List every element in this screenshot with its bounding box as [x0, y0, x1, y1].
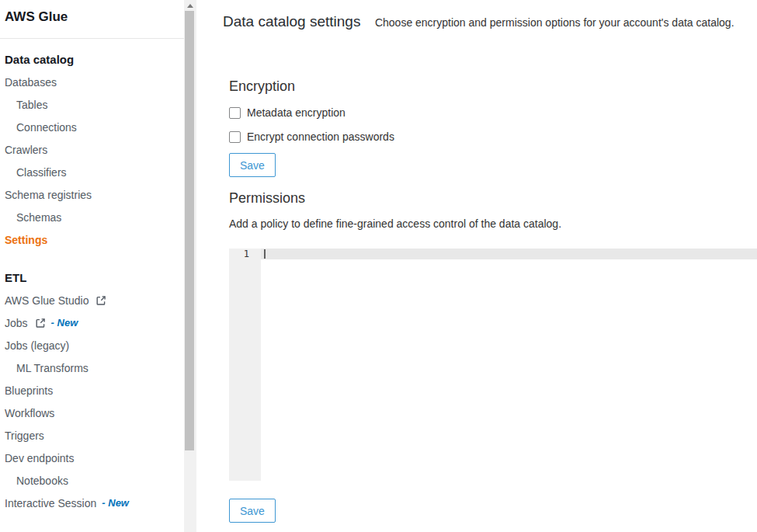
main-content: Data catalog settings Choose encryption …	[196, 0, 757, 532]
sidebar-item-label: Databases	[5, 76, 57, 89]
editor-cursor	[264, 249, 266, 259]
permissions-description: Add a policy to define fine-grained acce…	[229, 217, 757, 230]
sidebar-item-interactive-session[interactable]: Interactive Session - New	[0, 492, 184, 514]
sidebar-item-classifiers[interactable]: Classifiers	[0, 161, 184, 183]
policy-editor[interactable]: 1	[229, 249, 757, 481]
sidebar-item-label: Triggers	[5, 429, 44, 442]
page-subtitle: Choose encryption and permission options…	[375, 16, 734, 29]
nav-heading-data-catalog: Data catalog	[0, 48, 184, 71]
page-title: Data catalog settings	[223, 13, 360, 30]
aws-glue-console: AWS Glue Data catalog Databases Tables C…	[0, 0, 757, 532]
sidebar-item-label: Schemas	[16, 211, 61, 224]
sidebar-item-label: Blueprints	[5, 384, 53, 397]
permissions-section-title: Permissions	[229, 190, 757, 207]
nav-section-data-catalog: Data catalog Databases Tables Connection…	[0, 48, 184, 251]
external-link-icon	[95, 295, 106, 306]
sidebar-item-label: Settings	[5, 234, 47, 246]
sidebar-item-triggers[interactable]: Triggers	[0, 424, 184, 447]
sidebar-scrollbar-thumb[interactable]	[185, 11, 194, 450]
sidebar-item-blueprints[interactable]: Blueprints	[0, 379, 184, 402]
nav-heading-etl: ETL	[0, 266, 184, 289]
nav-list: AWS Glue Studio Jobs	[0, 289, 184, 514]
sidebar-item-dev-endpoints[interactable]: Dev endpoints	[0, 447, 184, 469]
app-title[interactable]: AWS Glue	[0, 0, 184, 39]
sidebar-item-databases[interactable]: Databases	[0, 71, 184, 93]
settings-content: Encryption Metadata encryption Encrypt c…	[196, 78, 757, 523]
encrypt-passwords-checkbox[interactable]	[229, 131, 241, 143]
sidebar-item-schemas[interactable]: Schemas	[0, 206, 184, 228]
scrollbar-up-button[interactable]	[184, 0, 196, 11]
metadata-encryption-row: Metadata encryption	[229, 106, 757, 119]
sidebar-item-workflows[interactable]: Workflows	[0, 402, 184, 424]
sidebar-item-label: Schema registries	[5, 189, 92, 201]
sidebar-item-jobs[interactable]: Jobs - New	[0, 311, 184, 334]
editor-text	[264, 249, 757, 259]
external-link-icon	[35, 318, 46, 329]
sidebar-item-label: Dev endpoints	[5, 452, 75, 464]
encryption-section-title: Encryption	[229, 78, 757, 95]
sidebar-scrollbar-track[interactable]	[184, 0, 196, 532]
encryption-save-button[interactable]: Save	[229, 153, 276, 177]
sidebar-item-label: AWS Glue Studio	[5, 294, 89, 307]
sidebar-item-label: Connections	[16, 121, 77, 134]
sidebar-item-notebooks[interactable]: Notebooks	[0, 469, 184, 492]
sidebar-item-label: Interactive Session	[5, 497, 96, 509]
sidebar-item-label: Jobs	[5, 317, 28, 329]
sidebar-item-label: Crawlers	[5, 144, 47, 156]
sidebar-item-label: Tables	[16, 99, 47, 111]
sidebar-item-connections[interactable]: Connections	[0, 116, 184, 138]
nav-section-etl: ETL AWS Glue Studio Jobs	[0, 266, 184, 514]
metadata-encryption-checkbox[interactable]	[229, 107, 241, 119]
new-badge: - New	[102, 497, 129, 509]
sidebar-item-aws-glue-studio[interactable]: AWS Glue Studio	[0, 289, 184, 311]
editor-gutter	[229, 249, 261, 481]
permissions-save-button[interactable]: Save	[229, 499, 276, 523]
sidebar-item-schema-registries[interactable]: Schema registries	[0, 183, 184, 206]
up-arrow-icon	[187, 4, 193, 8]
sidebar-item-tables[interactable]: Tables	[0, 93, 184, 116]
checkbox-label: Metadata encryption	[247, 106, 346, 119]
sidebar-item-label: ML Transforms	[16, 362, 89, 374]
sidebar-item-label: Jobs (legacy)	[5, 339, 69, 352]
new-badge: - New	[51, 317, 78, 329]
sidebar-nav: Data catalog Databases Tables Connection…	[0, 48, 184, 514]
sidebar-item-label: Workflows	[5, 407, 54, 419]
sidebar: AWS Glue Data catalog Databases Tables C…	[0, 0, 184, 532]
nav-list: Databases Tables Connections Crawlers Cl…	[0, 71, 184, 251]
encrypt-passwords-row: Encrypt connection passwords	[229, 130, 757, 143]
sidebar-item-ml-transforms[interactable]: ML Transforms	[0, 356, 184, 379]
sidebar-item-settings[interactable]: Settings	[0, 228, 184, 251]
sidebar-item-label: Classifiers	[16, 166, 67, 179]
sidebar-item-crawlers[interactable]: Crawlers	[0, 138, 184, 161]
sidebar-item-jobs-legacy[interactable]: Jobs (legacy)	[0, 334, 184, 356]
sidebar-item-label: Notebooks	[16, 475, 68, 487]
page-header: Data catalog settings Choose encryption …	[196, 0, 757, 31]
editor-line-number: 1	[229, 249, 249, 259]
checkbox-label: Encrypt connection passwords	[247, 130, 394, 143]
